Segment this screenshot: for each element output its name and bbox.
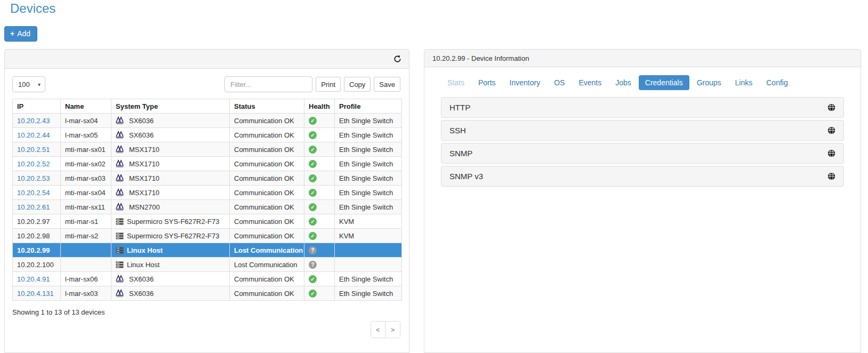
column-header-ip[interactable]: IP bbox=[13, 99, 61, 114]
table-row[interactable]: 10.20.2.54mti-mar-sx04MSX1710Communicati… bbox=[13, 186, 402, 200]
column-header-profile[interactable]: Profile bbox=[335, 99, 402, 114]
system-type-label: SX6036 bbox=[129, 290, 154, 298]
table-row[interactable]: 10.20.4.131l-mar-sx03SX6036Communication… bbox=[13, 286, 402, 301]
device-profile: Eth Single Switch bbox=[335, 157, 402, 171]
system-type-cell: Linux Host bbox=[116, 246, 225, 254]
print-button[interactable]: Print bbox=[316, 77, 341, 92]
credentials-section-ssh[interactable]: SSH bbox=[441, 120, 844, 141]
credentials-section-snmp-v3[interactable]: SNMP v3 bbox=[441, 166, 844, 187]
table-row[interactable]: 10.20.2.100Linux HostLost Communication? bbox=[13, 258, 402, 272]
device-status: Communication OK bbox=[230, 128, 304, 142]
tab-inventory[interactable]: Inventory bbox=[503, 75, 547, 90]
system-type-cell: MSX1710 bbox=[116, 145, 225, 154]
server-icon bbox=[116, 218, 124, 225]
table-controls-row: 100 ▾ Print Copy Save bbox=[12, 76, 400, 92]
table-row[interactable]: 10.20.2.61mti-mar-sx11MSN2700Communicati… bbox=[13, 200, 402, 214]
globe-icon bbox=[827, 103, 835, 111]
device-ip-link[interactable]: 10.20.2.51 bbox=[17, 146, 50, 154]
device-profile: Eth Single Switch bbox=[335, 200, 402, 214]
table-row[interactable]: 10.20.2.44l-mar-sx05SX6036Communication … bbox=[13, 128, 402, 142]
device-ip-link[interactable]: 10.20.2.54 bbox=[17, 189, 50, 197]
column-header-system-type[interactable]: System Type bbox=[111, 99, 230, 114]
system-type-cell: MSN2700 bbox=[116, 203, 225, 211]
tab-links[interactable]: Links bbox=[729, 75, 759, 90]
device-status: Communication OK bbox=[230, 286, 304, 301]
tab-credentials[interactable]: Credentials bbox=[639, 75, 689, 90]
device-profile: Eth Single Switch bbox=[335, 186, 402, 200]
device-name: mti-mar-sx03 bbox=[61, 171, 111, 186]
table-row[interactable]: 10.20.2.52mti-mar-sx02MSX1710Communicati… bbox=[13, 157, 402, 171]
device-ip-link[interactable]: 10.20.4.131 bbox=[17, 290, 54, 298]
device-profile bbox=[335, 258, 402, 272]
server-icon bbox=[116, 247, 124, 254]
system-type-label: MSN2700 bbox=[129, 203, 160, 211]
next-page-button[interactable]: > bbox=[385, 322, 400, 338]
save-button[interactable]: Save bbox=[374, 77, 400, 92]
column-header-name[interactable]: Name bbox=[61, 99, 111, 114]
devices-table: IPNameSystem TypeStatusHealthProfile 10.… bbox=[12, 99, 402, 301]
system-type-label: SX6036 bbox=[129, 275, 154, 283]
device-name: l-mar-sx04 bbox=[61, 114, 111, 128]
copy-button[interactable]: Copy bbox=[344, 77, 371, 92]
chevron-down-icon: ▾ bbox=[38, 82, 41, 87]
system-type-label: MSX1710 bbox=[129, 160, 159, 168]
health-ok-icon: ✓ bbox=[309, 232, 317, 240]
device-name: l-mar-sx05 bbox=[61, 128, 111, 142]
health-unknown-icon: ? bbox=[309, 261, 317, 269]
credentials-section-snmp[interactable]: SNMP bbox=[441, 143, 844, 164]
tab-groups[interactable]: Groups bbox=[690, 75, 728, 90]
tab-config[interactable]: Config bbox=[760, 75, 794, 90]
device-profile: Eth Single Switch bbox=[335, 171, 402, 186]
globe-icon bbox=[827, 126, 835, 134]
table-row[interactable]: 10.20.2.43l-mar-sx04SX6036Communication … bbox=[13, 114, 402, 128]
device-profile: KVM bbox=[335, 229, 402, 243]
tab-ports[interactable]: Ports bbox=[472, 75, 502, 90]
device-ip-link[interactable]: 10.20.2.52 bbox=[17, 160, 50, 168]
device-ip-link[interactable]: 10.20.2.61 bbox=[17, 203, 50, 211]
health-ok-icon: ✓ bbox=[309, 203, 317, 211]
device-name bbox=[61, 258, 111, 272]
switch-icon bbox=[116, 188, 126, 197]
device-ip-link[interactable]: 10.20.2.43 bbox=[17, 117, 50, 125]
health-ok-icon: ✓ bbox=[309, 117, 317, 125]
tab-jobs[interactable]: Jobs bbox=[609, 75, 638, 90]
device-name bbox=[61, 243, 111, 258]
device-profile: Eth Single Switch bbox=[335, 272, 402, 286]
device-status: Communication OK bbox=[230, 200, 304, 214]
add-button-label: Add bbox=[17, 29, 30, 38]
section-label: HTTP bbox=[449, 103, 470, 112]
table-row[interactable]: 10.20.2.51mti-mar-sx01MSX1710Communicati… bbox=[13, 142, 402, 157]
device-information-header: 10.20.2.99 - Device Information bbox=[424, 50, 861, 67]
filter-input[interactable] bbox=[224, 76, 312, 92]
health-ok-icon: ✓ bbox=[309, 160, 317, 168]
system-type-cell: SX6036 bbox=[116, 275, 225, 283]
device-ip-link[interactable]: 10.20.4.91 bbox=[17, 275, 50, 283]
credentials-section-http[interactable]: HTTP bbox=[441, 97, 844, 118]
system-type-label: Supermicro SYS-F627R2-F73 bbox=[127, 218, 219, 226]
column-header-health[interactable]: Health bbox=[304, 99, 335, 114]
switch-icon bbox=[116, 131, 126, 139]
tab-os[interactable]: OS bbox=[548, 75, 571, 90]
tab-events[interactable]: Events bbox=[572, 75, 608, 90]
devices-panel-heading bbox=[5, 50, 409, 69]
device-status: Communication OK bbox=[230, 157, 304, 171]
device-name: mti-mar-sx01 bbox=[61, 142, 111, 157]
system-type-label: Linux Host bbox=[127, 261, 159, 269]
table-summary: Showing 1 to 13 of 13 devices bbox=[12, 308, 400, 316]
table-row[interactable]: 10.20.2.53mti-mar-sx03MSX1710Communicati… bbox=[13, 171, 402, 186]
page-size-select[interactable]: 100 ▾ bbox=[12, 76, 45, 92]
table-row[interactable]: 10.20.4.91l-mar-sx06SX6036Communication … bbox=[13, 272, 402, 286]
column-header-status[interactable]: Status bbox=[230, 99, 304, 114]
add-device-button[interactable]: + Add bbox=[4, 26, 37, 42]
device-ip: 10.20.2.100 bbox=[13, 258, 61, 272]
section-label: SSH bbox=[449, 126, 466, 135]
switch-icon bbox=[116, 145, 126, 154]
device-ip-link[interactable]: 10.20.2.53 bbox=[17, 174, 50, 182]
table-row[interactable]: 10.20.2.97mti-mar-s1Supermicro SYS-F627R… bbox=[13, 214, 402, 229]
table-row[interactable]: 10.20.2.99Linux HostLost Communication? bbox=[13, 243, 402, 258]
device-ip-link[interactable]: 10.20.2.44 bbox=[17, 131, 50, 139]
refresh-icon[interactable] bbox=[393, 55, 401, 63]
system-type-cell: Linux Host bbox=[116, 261, 225, 269]
table-row[interactable]: 10.20.2.98mti-mar-s2Supermicro SYS-F627R… bbox=[13, 229, 402, 243]
prev-page-button[interactable]: < bbox=[371, 322, 385, 338]
